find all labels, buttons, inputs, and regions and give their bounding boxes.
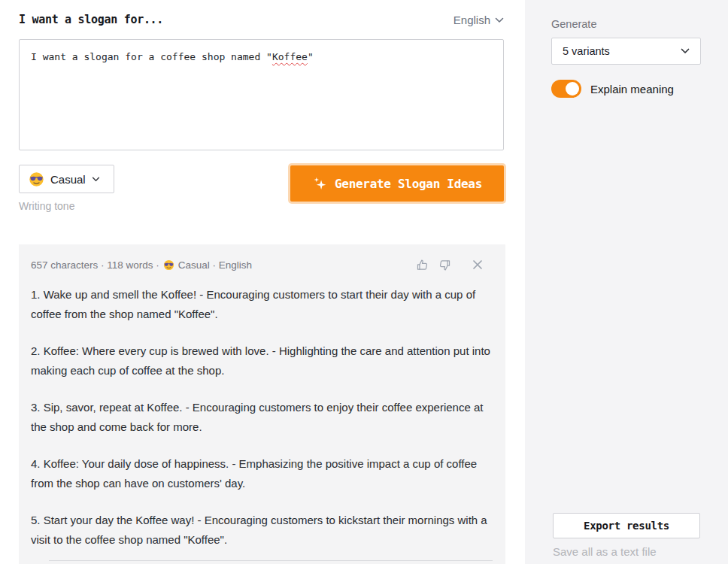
misspelled-word: Koffee xyxy=(272,51,308,62)
thumbs-up-icon[interactable] xyxy=(414,256,430,273)
close-icon[interactable] xyxy=(469,256,486,273)
writing-tone-value: Casual xyxy=(50,173,86,186)
generate-slogan-button[interactable]: Generate Slogan Ideas xyxy=(290,165,504,202)
slogan-result-4: 4. Koffee: Your daily dose of happiness.… xyxy=(31,454,492,493)
generate-slogan-label: Generate Slogan Ideas xyxy=(335,177,482,191)
explain-meaning-label: Explain meaning xyxy=(590,83,674,96)
thumbs-down-icon[interactable] xyxy=(436,256,453,273)
slogan-result-5: 5. Start your day the Koffee way! - Enco… xyxy=(31,511,492,550)
language-dropdown[interactable]: English xyxy=(453,14,504,26)
chevron-down-icon xyxy=(681,48,690,54)
settings-sidebar: Generate 5 variants Explain meaning Expo… xyxy=(525,0,728,564)
results-meta: 657 characters · 118 words · Casual · En… xyxy=(31,259,252,271)
writing-tone-caption: Writing tone xyxy=(19,200,74,212)
explain-meaning-row: Explain meaning xyxy=(551,80,674,98)
prompt-text: I want a slogan for a coffee shop named … xyxy=(31,51,272,62)
sunglasses-emoji-icon xyxy=(29,171,44,187)
results-panel: 657 characters · 118 words · Casual · En… xyxy=(19,244,505,564)
slogan-generator-page: I want a slogan for... English I want a … xyxy=(0,0,728,564)
chevron-down-icon xyxy=(495,17,504,23)
sunglasses-emoji-icon xyxy=(163,259,174,271)
results-actions xyxy=(414,256,486,273)
results-divider xyxy=(49,560,493,561)
page-title: I want a slogan for... xyxy=(19,13,163,26)
variants-select-value: 5 variants xyxy=(563,45,610,57)
prompt-text-end: " xyxy=(308,51,314,62)
language-dropdown-value: English xyxy=(453,14,490,26)
chevron-down-icon xyxy=(92,177,100,182)
writing-tone-dropdown[interactable]: Casual xyxy=(19,165,114,193)
results-meta-counts: 657 characters · 118 words · xyxy=(31,259,159,271)
export-results-button[interactable]: Export results xyxy=(553,513,700,538)
explain-meaning-toggle[interactable] xyxy=(551,80,581,98)
generate-section-label: Generate xyxy=(551,18,596,30)
slogan-result-3: 3. Sip, savor, repeat at Koffee. - Encou… xyxy=(31,398,492,437)
slogan-result-1: 1. Wake up and smell the Koffee! - Encou… xyxy=(31,285,492,324)
results-header: 657 characters · 118 words · Casual · En… xyxy=(31,256,492,273)
results-meta-tone: Casual · English xyxy=(178,259,252,271)
slogan-result-2: 2. Koffee: Where every cup is brewed wit… xyxy=(31,341,492,381)
variants-select[interactable]: 5 variants xyxy=(551,38,701,65)
prompt-textarea[interactable]: I want a slogan for a coffee shop named … xyxy=(19,39,504,150)
sparkles-icon xyxy=(312,176,327,191)
toggle-knob xyxy=(566,82,579,96)
export-caption: Save all as a text file xyxy=(553,545,657,558)
